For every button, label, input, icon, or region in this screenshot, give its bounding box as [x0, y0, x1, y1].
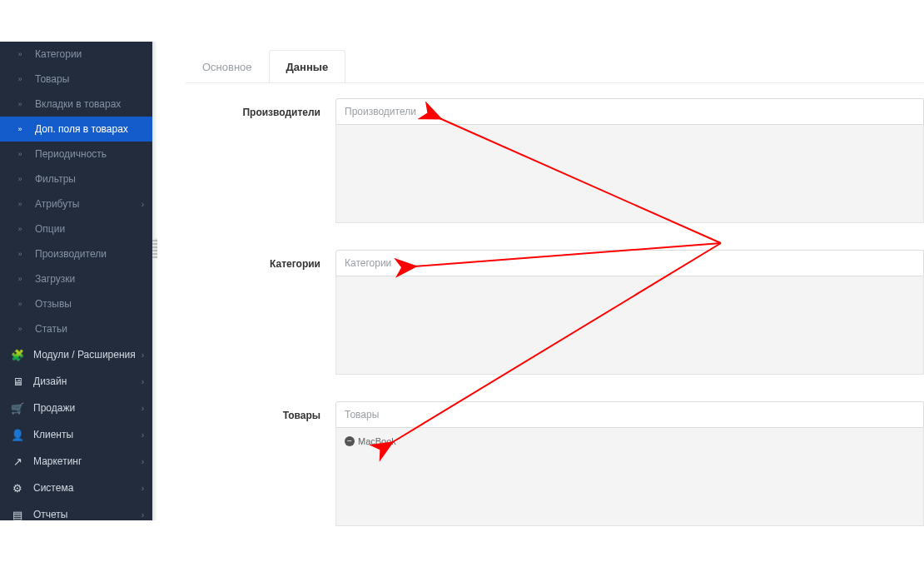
- sidebar-item-label: Доп. поля в товарах: [27, 123, 144, 135]
- field-manufacturers: Производители: [186, 98, 924, 248]
- products-input-wrap[interactable]: [335, 401, 924, 428]
- field-categories: Категории: [186, 250, 924, 400]
- top-spacer: [0, 0, 924, 42]
- arrow-sub-icon: »: [13, 200, 27, 208]
- sidebar-item-label: Товары: [27, 73, 144, 85]
- tab-underline: [186, 82, 924, 83]
- sidebar-item-label: Отчеты: [25, 509, 136, 520]
- sidebar-item-label: Загрузки: [27, 273, 144, 285]
- sidebar-item-marketing[interactable]: ↗ Маркетинг ›: [0, 448, 152, 475]
- sidebar-item-label: Фильтры: [27, 173, 144, 185]
- sidebar-item-label: Производители: [27, 248, 144, 260]
- puzzle-icon: 🧩: [10, 349, 25, 361]
- product-tag-label: MacBook: [358, 436, 396, 446]
- sidebar-sub-tabs-in-products[interactable]: » Вкладки в товарах: [0, 92, 152, 117]
- field-products: Товары − MacBook: [186, 401, 924, 551]
- manufacturers-input[interactable]: [345, 106, 915, 117]
- barchart-icon: ▤: [10, 509, 25, 521]
- products-input[interactable]: [345, 409, 915, 420]
- cog-icon: ⚙: [10, 482, 25, 495]
- arrow-sub-icon: »: [13, 125, 27, 133]
- manufacturers-input-wrap[interactable]: [335, 98, 924, 125]
- tab-bar: Основное Данные: [186, 50, 345, 83]
- arrow-sub-icon: »: [13, 300, 27, 308]
- sidebar-item-extensions[interactable]: 🧩 Модули / Расширения ›: [0, 341, 152, 368]
- arrow-sub-icon: »: [13, 225, 27, 233]
- cart-icon: 🛒: [10, 402, 25, 415]
- sidebar-sub-extra-fields[interactable]: » Доп. поля в товарах: [0, 117, 152, 142]
- display-icon: 🖥: [10, 375, 25, 388]
- sidebar-sub-reviews[interactable]: » Отзывы: [0, 291, 152, 316]
- categories-tagbox[interactable]: [335, 276, 924, 375]
- sidebar-item-label: Маркетинг: [25, 455, 136, 467]
- tab-label: Основное: [202, 61, 252, 73]
- arrow-sub-icon: »: [13, 275, 27, 283]
- chevron-right-icon: ›: [136, 351, 144, 360]
- sidebar-sub-options[interactable]: » Опции: [0, 216, 152, 241]
- products-tagbox[interactable]: − MacBook: [335, 428, 924, 526]
- sidebar-item-label: Опции: [27, 223, 144, 235]
- field-label: Категории: [186, 258, 320, 270]
- field-label: Товары: [186, 410, 320, 421]
- chevron-right-icon: ›: [136, 377, 144, 386]
- sidebar-item-reports[interactable]: ▤ Отчеты ›: [0, 501, 152, 528]
- chevron-right-icon: ›: [136, 200, 144, 209]
- user-icon: 👤: [10, 429, 25, 441]
- sidebar: » Категории » Товары » Вкладки в товарах…: [0, 42, 152, 520]
- sidebar-item-label: Система: [25, 482, 136, 494]
- categories-input-wrap[interactable]: [335, 250, 924, 276]
- sidebar-sub-products[interactable]: » Товары: [0, 67, 152, 92]
- sidebar-resize-handle[interactable]: [152, 42, 157, 520]
- arrow-sub-icon: »: [13, 50, 27, 58]
- chevron-right-icon: ›: [136, 484, 144, 493]
- sidebar-item-sales[interactable]: 🛒 Продажи ›: [0, 395, 152, 421]
- sidebar-item-design[interactable]: 🖥 Дизайн ›: [0, 368, 152, 395]
- sidebar-item-label: Модули / Расширения: [25, 349, 136, 361]
- share-icon: ↗: [10, 455, 25, 468]
- sidebar-sub-downloads[interactable]: » Загрузки: [0, 266, 152, 291]
- sidebar-item-customers[interactable]: 👤 Клиенты ›: [0, 421, 152, 448]
- sidebar-item-label: Отзывы: [27, 298, 144, 310]
- product-tag[interactable]: − MacBook: [345, 436, 396, 446]
- sidebar-item-label: Категории: [27, 48, 144, 60]
- sidebar-sub-manufacturers[interactable]: » Производители: [0, 241, 152, 266]
- arrow-sub-icon: »: [13, 325, 27, 333]
- sidebar-item-label: Продажи: [25, 402, 136, 414]
- sidebar-item-system[interactable]: ⚙ Система ›: [0, 475, 152, 501]
- tab-data[interactable]: Данные: [269, 50, 346, 83]
- arrow-sub-icon: »: [13, 150, 27, 158]
- tab-label: Данные: [286, 61, 329, 73]
- grip-icon: [152, 238, 157, 258]
- arrow-sub-icon: »: [13, 75, 27, 83]
- arrow-sub-icon: »: [13, 175, 27, 183]
- arrow-sub-icon: »: [13, 250, 27, 258]
- categories-input[interactable]: [345, 257, 915, 269]
- sidebar-item-label: Периодичность: [27, 148, 144, 160]
- sidebar-sub-recurring[interactable]: » Периодичность: [0, 142, 152, 167]
- sidebar-item-label: Статьи: [27, 323, 144, 335]
- remove-tag-icon[interactable]: −: [345, 436, 355, 446]
- manufacturers-tagbox[interactable]: [335, 125, 924, 223]
- sidebar-item-label: Дизайн: [25, 375, 136, 387]
- chevron-right-icon: ›: [136, 457, 144, 466]
- sidebar-sub-articles[interactable]: » Статьи: [0, 316, 152, 341]
- chevron-right-icon: ›: [136, 430, 144, 440]
- main-content: Основное Данные Производители Категории: [171, 42, 924, 562]
- sidebar-item-label: Атрибуты: [27, 198, 136, 210]
- chevron-right-icon: ›: [136, 510, 144, 520]
- sidebar-item-label: Вкладки в товарах: [27, 98, 144, 110]
- sidebar-item-label: Клиенты: [25, 429, 136, 440]
- chevron-right-icon: ›: [136, 404, 144, 413]
- field-label: Производители: [186, 107, 320, 118]
- arrow-sub-icon: »: [13, 100, 27, 108]
- sidebar-sub-categories[interactable]: » Категории: [0, 42, 152, 67]
- sidebar-sub-filters[interactable]: » Фильтры: [0, 167, 152, 191]
- sidebar-sub-attributes[interactable]: » Атрибуты ›: [0, 191, 152, 216]
- tab-main[interactable]: Основное: [186, 50, 269, 83]
